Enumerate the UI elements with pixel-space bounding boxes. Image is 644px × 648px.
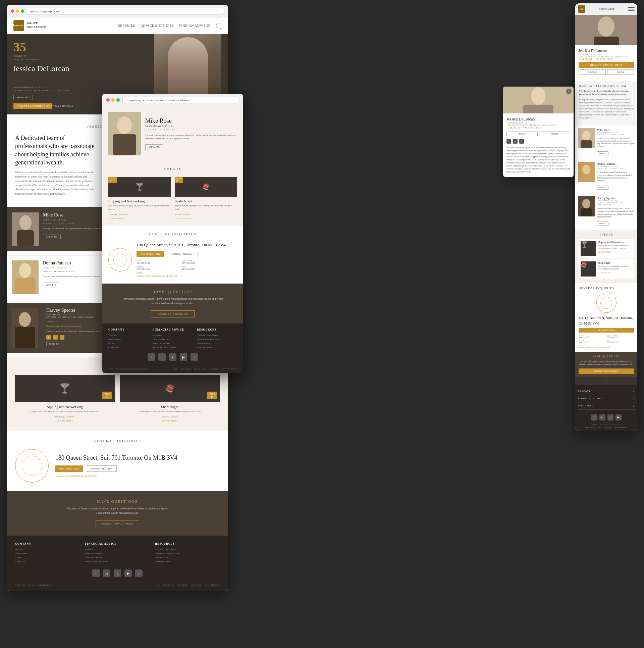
middle-footer-client-access[interactable]: Client Account Access <box>197 334 237 337</box>
middle-footer-mortgage[interactable]: Mortgage Rates <box>197 346 237 349</box>
close-dot[interactable] <box>11 9 14 13</box>
middle-sushi-learn[interactable]: LEARN MORE <box>175 217 237 220</box>
footer-legal[interactable]: Legal <box>155 584 160 586</box>
middle-footer-products[interactable]: Products <box>153 334 193 337</box>
mobile-scroll-top[interactable]: ⌂ <box>575 377 637 385</box>
footer-strive[interactable]: Strive To Financial <box>204 584 220 586</box>
middle-footer-strive[interactable]: Strive To Financial <box>222 368 237 370</box>
mobile-questions-button[interactable]: REQUEST APPOINTMENT <box>579 368 634 374</box>
footer-careers[interactable]: Careers <box>15 556 80 559</box>
mobile-hamburger-icon[interactable] <box>628 7 635 11</box>
mobile-footer-resources-accordion[interactable]: RESOURCES ∨ <box>578 402 635 410</box>
footer-linkedin-icon[interactable]: in <box>103 569 110 577</box>
footer-solutions-banking[interactable]: Solutions Banking Access <box>155 552 220 555</box>
middle-url-bar[interactable]: investorsgroup.com/advisor/jessica-delor… <box>122 97 239 103</box>
footer-contact-us[interactable]: Contact Us <box>15 560 80 563</box>
get-directions-button[interactable]: GET DIRECTIONS <box>55 465 83 472</box>
middle-footer-more[interactable]: More - Advice & Stories <box>153 346 193 349</box>
mobile-donna-view-button[interactable]: VIEW BIO <box>597 186 608 190</box>
middle-footer-twitter[interactable]: t <box>169 353 176 361</box>
popup-linkedin-icon[interactable]: in <box>513 139 518 144</box>
footer-mortgage-rates[interactable]: Mortgage Rates <box>155 560 220 563</box>
middle-get-directions-button[interactable]: GET DIRECTIONS <box>137 251 164 257</box>
inquiries-email[interactable]: Jessica.Delorean@investorsgroup.com <box>55 475 177 478</box>
mobile-sushi-learn[interactable]: LEARN MORE <box>598 271 632 273</box>
footer-how-help[interactable]: How Can We Help <box>85 552 150 555</box>
nav-find-advisor[interactable]: FIND AN ADVISOR <box>179 24 211 28</box>
middle-inquiries-email[interactable]: Jessica.Delorean@investorsgroup.com <box>137 275 226 278</box>
footer-music-icon[interactable]: ♪ <box>135 569 143 577</box>
donna-view-bio-button[interactable]: VIEW BIO <box>43 283 59 287</box>
mobile-footer-youtube-icon[interactable]: ▶ <box>615 414 622 420</box>
middle-footer-careers[interactable]: Careers <box>108 342 149 345</box>
middle-minimize-dot[interactable] <box>111 98 115 102</box>
middle-footer-linkedin[interactable]: in <box>158 353 166 361</box>
middle-footer-how-help[interactable]: How Can We Help <box>153 338 193 341</box>
middle-contact-button[interactable]: CONTACT NUMBER <box>167 251 198 257</box>
mobile-footer-legal[interactable]: Legal <box>585 427 589 428</box>
nav-services[interactable]: SERVICES <box>118 24 135 28</box>
middle-footer-why-ig[interactable]: Why IG <box>108 334 149 337</box>
event-sipping-learn-more[interactable]: LEARN MORE <box>15 419 115 422</box>
popup-close-button[interactable]: ✕ <box>566 89 572 94</box>
mike-show-bio-button[interactable]: SHOW BIO <box>43 235 61 239</box>
harvey-linkedin-icon[interactable]: in <box>53 335 58 340</box>
mobile-footer-linkedin-icon[interactable]: in <box>599 414 605 420</box>
mobile-harvey-view-button[interactable]: VIEW BIO <box>597 221 608 226</box>
mobile-footer-twitter-icon[interactable]: t <box>607 414 613 420</box>
contact-ratings-button[interactable]: CONTACT RATINGS <box>45 103 77 109</box>
middle-footer-mutual[interactable]: Mutual Funds <box>197 342 237 345</box>
search-icon[interactable] <box>216 23 221 28</box>
footer-accessibility[interactable]: Accessibility <box>191 584 202 586</box>
middle-footer-solutions[interactable]: Solutions Banking Access <box>197 338 237 341</box>
harvey-hide-bio-button[interactable]: HIDE BIO <box>46 342 62 346</box>
mobile-footer-financial-accordion[interactable]: FINANCIAL ADVICE ∨ <box>578 395 635 402</box>
nav-advice[interactable]: ADVICE & STUDIES <box>141 24 174 28</box>
mobile-email[interactable]: Jessica.Delorean@investorsgroup.com <box>579 346 634 348</box>
footer-products[interactable]: Products <box>85 548 150 551</box>
middle-close-dot[interactable] <box>106 98 110 102</box>
middle-footer-legal[interactable]: Legal <box>173 368 177 370</box>
middle-footer-value[interactable]: Value Of The Plan <box>153 342 193 345</box>
mobile-footer-strive[interactable]: Strive To Financials <box>614 427 627 428</box>
harvey-facebook-icon[interactable]: f <box>46 335 51 340</box>
footer-why-ig[interactable]: Why IG <box>15 548 80 551</box>
footer-twitter-icon[interactable]: t <box>114 569 121 577</box>
popup-email-button[interactable]: EMAIL <box>506 132 538 136</box>
contact-number-button[interactable]: CONTACT NUMBER <box>86 465 116 472</box>
popup-twitter-icon[interactable]: t <box>519 139 524 144</box>
footer-privacy[interactable]: Privacy Policy <box>177 584 189 586</box>
footer-more-advice[interactable]: More - Advice & Stories <box>85 560 150 563</box>
expand-dot[interactable] <box>21 9 24 13</box>
event-sushi-learn-more[interactable]: LEARN MORE <box>120 419 220 422</box>
url-bar[interactable]: investorsgroup.com <box>27 8 224 14</box>
footer-terms[interactable]: Terms Of Use <box>163 584 174 586</box>
scroll-top-icon[interactable]: ⌂ <box>577 379 635 383</box>
mobile-view-bio-button[interactable]: VIEW BIO <box>579 69 606 75</box>
mobile-phone-button[interactable]: PHONE <box>607 69 634 75</box>
middle-expand-dot[interactable] <box>116 98 120 102</box>
popup-phone-button[interactable]: PHONE <box>539 132 570 136</box>
footer-youtube-icon[interactable]: ▶ <box>124 569 132 577</box>
middle-sipping-learn[interactable]: LEARN MORE <box>108 217 171 220</box>
middle-footer-music[interactable]: ♪ <box>191 353 198 361</box>
footer-media-room[interactable]: Media Room <box>15 552 80 555</box>
middle-footer-terms[interactable]: Terms Of Use <box>180 368 192 370</box>
mobile-footer-company-accordion[interactable]: COMPANY ∨ <box>578 388 635 395</box>
middle-footer-media[interactable]: Media Room <box>108 338 149 341</box>
footer-client-access[interactable]: Client Account Access <box>155 548 220 551</box>
mobile-sipping-learn[interactable]: LEARN MORE <box>598 251 632 253</box>
mobile-footer-privacy[interactable]: Privacy Policy <box>591 427 601 428</box>
footer-facebook-icon[interactable]: f <box>92 569 100 577</box>
show-bio-button[interactable]: SHOW BIO <box>13 95 33 100</box>
middle-footer-accessibility[interactable]: Accessibility <box>209 368 219 370</box>
harvey-twitter-icon[interactable]: t <box>60 335 64 340</box>
mobile-directions-button[interactable]: GET DIRECTIONS <box>579 328 634 333</box>
middle-footer-contact[interactable]: Contact Us <box>108 346 149 349</box>
middle-footer-youtube[interactable]: ▶ <box>180 353 187 361</box>
footer-value-plan[interactable]: Value Of The Plan <box>85 556 150 559</box>
mobile-footer-accessibility[interactable]: Accessibility <box>603 427 612 428</box>
mike-view-bio-button[interactable]: VIEW BIO <box>145 144 163 150</box>
middle-questions-button[interactable]: REQUEST APPOINTMENT <box>151 310 194 317</box>
minimize-dot[interactable] <box>16 9 19 13</box>
